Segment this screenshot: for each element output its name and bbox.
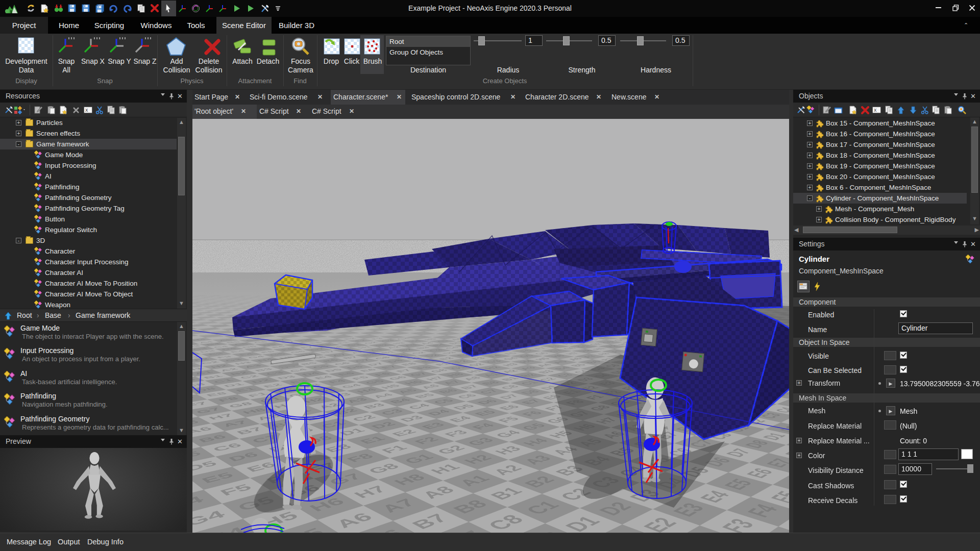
svg-text:X: X: [85, 108, 88, 113]
svg-text:X: X: [874, 108, 877, 113]
